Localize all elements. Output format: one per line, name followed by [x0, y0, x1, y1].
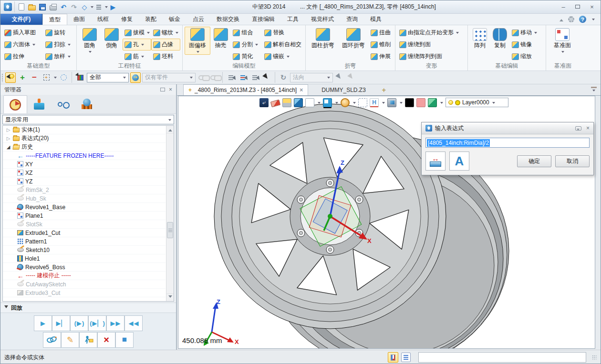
tab-direct-edit[interactable]: 直接编辑: [246, 14, 281, 25]
new-file-button[interactable]: [17, 2, 26, 12]
ribbon-item-stock[interactable]: 坯料: [151, 51, 180, 62]
highlight-color-swatch[interactable]: [416, 98, 425, 107]
toolbar-toggle-icon[interactable]: [388, 352, 398, 363]
tree-item-rimsk2[interactable]: RimSk_2: [3, 186, 166, 194]
playback-section-header[interactable]: 回放: [0, 303, 176, 313]
step-to-feature-button[interactable]: (▶▏): [88, 315, 106, 331]
tab-tools[interactable]: 工具: [281, 14, 305, 25]
tree-item-hole1[interactable]: Hole1: [3, 254, 166, 263]
scroll-down-button[interactable]: [166, 293, 174, 301]
ribbon-item-resolve-self-intersection[interactable]: 解析自相交: [262, 39, 303, 51]
redo-button[interactable]: ↷: [69, 2, 79, 12]
pointer2-button[interactable]: [334, 72, 345, 83]
tab-shape[interactable]: 造型: [42, 14, 67, 25]
view-caret[interactable]: [335, 102, 338, 105]
tree-item-sketch10[interactable]: Sketch10: [3, 246, 166, 254]
layer-visibility-bulb-icon[interactable]: [448, 100, 453, 105]
ribbon-item-wrap-to-face[interactable]: 缠绕到面: [397, 39, 461, 51]
tree-item-plane1[interactable]: Plane1: [3, 212, 166, 220]
ribbon-item-twist[interactable]: 扭曲: [369, 27, 393, 39]
manager-tab-regen[interactable]: [27, 95, 51, 113]
rewind-button[interactable]: ◀◀: [124, 315, 143, 331]
tree-item-xy-plane[interactable]: XY: [3, 160, 166, 169]
toolbar-options-button[interactable]: [94, 2, 104, 12]
tree-scrollbar[interactable]: [166, 126, 174, 301]
output-log-icon[interactable]: [401, 353, 411, 362]
pick-last-button[interactable]: [238, 72, 248, 83]
display-settings-icon[interactable]: [387, 98, 396, 107]
tab-inquire[interactable]: 查询: [340, 14, 364, 25]
tab-mold[interactable]: 模具: [364, 14, 388, 25]
interactive-play-button[interactable]: [79, 332, 97, 348]
cancel-button[interactable]: 取消: [555, 155, 590, 167]
file-menu-button[interactable]: 文件(F): [0, 14, 42, 25]
fast-forward-button[interactable]: ▶▶: [106, 315, 124, 331]
tab-close-icon[interactable]: ×: [300, 87, 303, 93]
tree-item-cutawaysketch[interactable]: CutAwaySketch: [3, 280, 166, 289]
tree-item-solids[interactable]: ▷实体(1): [3, 126, 166, 134]
dimension-reference-button[interactable]: ↔: [425, 152, 446, 171]
window-resize-icon[interactable]: [358, 98, 367, 107]
zoom-extents-icon[interactable]: H: [370, 98, 379, 107]
view-orientation-icon[interactable]: [323, 98, 332, 107]
print-button[interactable]: [48, 2, 58, 12]
normal-combo[interactable]: 法向: [290, 73, 333, 82]
lasso-select-button[interactable]: [58, 72, 69, 83]
toolbar-grip[interactable]: [1, 73, 4, 82]
step-forward-button[interactable]: (▶): [70, 315, 88, 331]
manager-close-icon[interactable]: ×: [169, 86, 172, 93]
pointer-button[interactable]: [261, 72, 272, 83]
ribbon-item-cylindrical-bend[interactable]: 圆柱折弯: [308, 27, 338, 51]
play-button[interactable]: ▶: [34, 315, 52, 331]
tab-overflow-button[interactable]: [591, 87, 597, 92]
ribbon-item-pattern[interactable]: 阵列: [470, 27, 490, 51]
tab-data-exchange[interactable]: 数据交换: [210, 14, 246, 25]
tree-filter-combo[interactable]: 显示常用: [2, 115, 174, 124]
ribbon-item-box[interactable]: 六面体: [2, 39, 43, 51]
manager-restore-icon[interactable]: [160, 86, 165, 93]
ribbon-item-shell[interactable]: 抽壳: [210, 27, 231, 51]
continue-button[interactable]: ▶: [108, 2, 118, 12]
reorient-button[interactable]: ↻: [278, 72, 289, 83]
document-tab-dummy[interactable]: DUMMY_SLD.Z3: [308, 84, 379, 95]
manager-tab-render[interactable]: [75, 95, 99, 113]
wireframe-mode-icon[interactable]: [305, 98, 314, 107]
ribbon-item-datum-plane[interactable]: 基准面: [548, 27, 577, 55]
tree-item-model-stop-marker[interactable]: ←----- 建模停止 -----: [3, 272, 166, 280]
new-tab-button[interactable]: +: [379, 84, 389, 95]
ribbon-item-rib[interactable]: 筋: [123, 51, 151, 62]
tree-item-extrude1-cut[interactable]: Extrude1_Cut: [3, 229, 166, 237]
ribbon-item-toroidal-bend[interactable]: 圆环折弯: [338, 27, 369, 51]
pick-all-button[interactable]: [249, 72, 260, 83]
tree-item-pattern1[interactable]: Pattern1: [3, 237, 166, 246]
ribbon-item-stretch[interactable]: 伸展: [369, 51, 393, 62]
ribbon-item-sweep[interactable]: 扫掠: [43, 39, 73, 51]
tab-sheet-metal[interactable]: 钣金: [163, 14, 187, 25]
ribbon-item-fillet[interactable]: 圆角: [79, 27, 101, 55]
collapse-ribbon-icon[interactable]: [560, 17, 563, 21]
document-tab-active[interactable]: + _4800_Rims_2013M.Z3 - [4805_14inch] ×: [183, 84, 308, 95]
tree-item-hubsk[interactable]: Hub_Sk: [3, 194, 166, 203]
ribbon-item-flange[interactable]: 凸缘: [151, 39, 180, 51]
text-variable-button[interactable]: A: [449, 152, 469, 171]
manager-tab-visibility[interactable]: [51, 95, 75, 113]
ribbon-item-mirror[interactable]: 镜像: [510, 39, 539, 51]
tab-repair[interactable]: 修复: [115, 14, 139, 25]
ribbon-item-insert-sketch[interactable]: 插入草图: [2, 27, 43, 39]
history-filter-toggle[interactable]: [130, 72, 141, 83]
add-to-selection-button[interactable]: +: [17, 72, 28, 83]
gear-pointer-button[interactable]: [346, 72, 357, 83]
tree-item-slotsk[interactable]: SlotSk: [3, 220, 166, 229]
command-input[interactable]: [418, 352, 586, 363]
stop-playback-button[interactable]: ■: [115, 332, 134, 348]
tab-assembly[interactable]: 装配: [139, 14, 163, 25]
minimize-button[interactable]: –: [557, 2, 570, 11]
eraser-icon[interactable]: [270, 100, 280, 108]
cancel-playback-button[interactable]: ×: [97, 332, 115, 348]
tree-item-expressions[interactable]: ▷表达式(20): [3, 134, 166, 143]
window-select-button[interactable]: +: [41, 72, 52, 83]
ribbon-item-move[interactable]: 移动: [510, 27, 539, 39]
tree-item-history-folder[interactable]: ◢历史: [3, 143, 166, 152]
open-file-button[interactable]: [27, 2, 37, 12]
ribbon-item-face-offset[interactable]: 面偏移: [185, 27, 210, 55]
